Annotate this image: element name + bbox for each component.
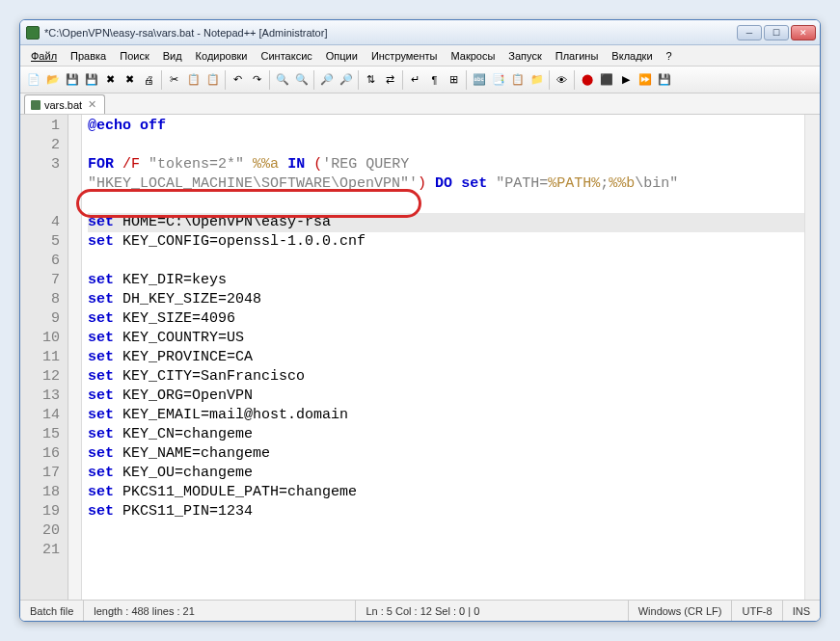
wordwrap-icon[interactable]: ↵	[406, 70, 424, 89]
save-all-icon[interactable]: 💾	[82, 70, 100, 89]
sync-h-icon[interactable]: ⇄	[381, 70, 399, 89]
separator	[161, 70, 162, 90]
menu-help[interactable]: ?	[660, 48, 679, 64]
lang-icon[interactable]: 🔤	[470, 70, 488, 89]
menu-run[interactable]: Запуск	[501, 48, 548, 64]
app-window: *C:\OpenVPN\easy-rsa\vars.bat - Notepad+…	[19, 19, 821, 622]
menu-tabs[interactable]: Вкладки	[605, 48, 659, 64]
save-macro-icon[interactable]: 💾	[655, 70, 673, 89]
tab-close-icon[interactable]: ✕	[86, 98, 98, 111]
separator	[313, 70, 314, 90]
folder-icon[interactable]: 📁	[528, 70, 546, 89]
separator	[225, 70, 226, 90]
menu-view[interactable]: Вид	[156, 48, 189, 64]
menubar: Файл Правка Поиск Вид Кодировки Синтакси…	[20, 45, 820, 67]
tabbar: vars.bat ✕	[20, 93, 820, 115]
menu-macro[interactable]: Макросы	[444, 48, 501, 64]
stop-macro-icon[interactable]: ⬛	[597, 70, 615, 89]
undo-icon[interactable]: ↶	[229, 70, 247, 89]
maximize-button[interactable]: ☐	[764, 25, 789, 40]
play-multi-icon[interactable]: ⏩	[636, 70, 654, 89]
editor[interactable]: 123 456789101112131415161718192021 @echo…	[20, 115, 820, 600]
status-eol[interactable]: Windows (CR LF)	[629, 601, 733, 621]
play-macro-icon[interactable]: ▶	[616, 70, 635, 89]
menu-edit[interactable]: Правка	[64, 48, 113, 64]
statusbar: Batch file length : 488 lines : 21 Ln : …	[20, 600, 820, 621]
zoom-in-icon[interactable]: 🔎	[317, 70, 336, 89]
menu-plugins[interactable]: Плагины	[549, 48, 606, 64]
paste-icon[interactable]: 📋	[203, 70, 222, 89]
toolbar: 📄 📂 💾 💾 ✖ ✖ 🖨 ✂ 📋 📋 ↶ ↷ 🔍 🔍 🔎 🔎 ⇅ ⇄ ↵ ¶ …	[20, 67, 820, 93]
record-macro-icon[interactable]: ⬤	[578, 70, 596, 89]
tab-label: vars.bat	[44, 99, 82, 111]
code-area[interactable]: @echo off FOR /F "tokens=2*" %%a IN ('RE…	[82, 115, 804, 600]
save-icon[interactable]: 💾	[63, 70, 81, 89]
separator	[358, 70, 359, 90]
minimize-button[interactable]: ─	[737, 25, 762, 40]
cut-icon[interactable]: ✂	[165, 70, 183, 89]
replace-icon[interactable]: 🔍	[292, 70, 311, 89]
file-icon	[31, 100, 41, 110]
fold-column	[68, 115, 82, 600]
menu-file[interactable]: Файл	[24, 48, 64, 64]
menu-syntax[interactable]: Синтаксис	[255, 48, 319, 64]
close-file-icon[interactable]: ✖	[101, 70, 120, 89]
menu-options[interactable]: Опции	[319, 48, 365, 64]
copy-icon[interactable]: 📋	[184, 70, 203, 89]
titlebar[interactable]: *C:\OpenVPN\easy-rsa\vars.bat - Notepad+…	[20, 20, 820, 45]
indent-guide-icon[interactable]: ⊞	[445, 70, 463, 89]
menu-encoding[interactable]: Кодировки	[189, 48, 255, 64]
redo-icon[interactable]: ↷	[248, 70, 266, 89]
status-encoding[interactable]: UTF-8	[732, 601, 782, 621]
zoom-out-icon[interactable]: 🔎	[337, 70, 355, 89]
func-list-icon[interactable]: 📋	[508, 70, 527, 89]
monitor-icon[interactable]: 👁	[553, 70, 571, 89]
app-icon	[26, 26, 40, 40]
tab-vars-bat[interactable]: vars.bat ✕	[24, 94, 105, 114]
vertical-scrollbar[interactable]	[804, 115, 820, 600]
separator	[574, 70, 575, 90]
window-title: *C:\OpenVPN\easy-rsa\vars.bat - Notepad+…	[44, 27, 737, 39]
separator	[402, 70, 403, 90]
status-pos: Ln : 5 Col : 12 Sel : 0 | 0	[356, 601, 628, 621]
menu-search[interactable]: Поиск	[113, 48, 155, 64]
new-file-icon[interactable]: 📄	[24, 70, 42, 89]
status-length: length : 488 lines : 21	[84, 601, 356, 621]
menu-tools[interactable]: Инструменты	[365, 48, 445, 64]
status-mode[interactable]: INS	[783, 601, 820, 621]
show-all-icon[interactable]: ¶	[425, 70, 444, 89]
separator	[466, 70, 467, 90]
sync-v-icon[interactable]: ⇅	[362, 70, 380, 89]
find-icon[interactable]: 🔍	[273, 70, 291, 89]
doc-map-icon[interactable]: 📑	[489, 70, 507, 89]
separator	[549, 70, 550, 90]
line-gutter: 123 456789101112131415161718192021	[20, 115, 68, 600]
status-lang: Batch file	[20, 601, 84, 621]
close-all-icon[interactable]: ✖	[121, 70, 139, 89]
close-button[interactable]: ✕	[791, 25, 816, 40]
separator	[269, 70, 270, 90]
print-icon[interactable]: 🖨	[140, 70, 158, 89]
open-file-icon[interactable]: 📂	[43, 70, 62, 89]
